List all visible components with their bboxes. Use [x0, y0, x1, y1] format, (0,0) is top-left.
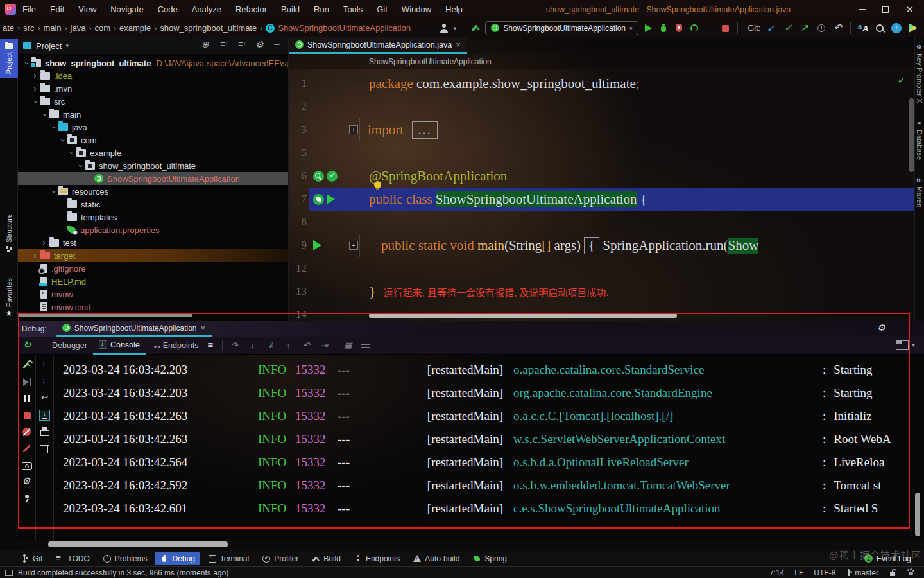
breakpoint-slash-icon[interactable]: [21, 443, 32, 454]
caret-position[interactable]: 7:14: [769, 568, 784, 577]
menu-item[interactable]: Git: [377, 4, 388, 14]
resume-icon[interactable]: [21, 376, 32, 387]
tool-window-button[interactable]: Problems: [98, 552, 153, 565]
tree-chevron-icon[interactable]: [49, 123, 57, 132]
print-icon[interactable]: [39, 426, 50, 437]
breadcrumb-item[interactable]: ate ›: [3, 23, 23, 33]
stop-icon-red[interactable]: [21, 410, 32, 421]
fold-toggle-icon[interactable]: +: [349, 125, 358, 134]
fold-toggle-icon[interactable]: +: [349, 241, 358, 250]
tree-row[interactable]: application.properties: [18, 223, 288, 236]
code-line[interactable]: 6 @SpringBootApplication: [289, 164, 914, 188]
commit-check-icon[interactable]: [782, 22, 794, 34]
clear-icon[interactable]: [39, 443, 50, 454]
update-icon[interactable]: [766, 22, 777, 34]
file-encoding[interactable]: UTF-8: [814, 568, 835, 577]
gutter-run-icon[interactable]: [313, 240, 321, 250]
hide-icon[interactable]: [273, 40, 283, 51]
gutter-spring-check-icon[interactable]: [327, 171, 338, 182]
step-over-icon[interactable]: [228, 340, 241, 351]
tree-row[interactable]: resources: [18, 185, 288, 198]
tree-row[interactable]: mvnw: [18, 288, 288, 301]
editor-horizontal-scrollbar[interactable]: [369, 313, 677, 318]
menu-item[interactable]: View: [78, 4, 96, 14]
tree-chevron-icon[interactable]: [58, 136, 66, 144]
editor-tab[interactable]: ShowSpringbootUltimateApplication.java ×: [289, 37, 467, 54]
history-icon[interactable]: [816, 22, 827, 34]
tree-chevron-icon[interactable]: [31, 72, 39, 80]
minimize-window-icon[interactable]: [859, 9, 866, 10]
code-line[interactable]: 13 } 运行起来, 且等待一会没有报错, 及说明启动项目成功.: [289, 280, 914, 303]
down-arrow-icon[interactable]: [39, 376, 50, 387]
drop-frame-icon[interactable]: [300, 340, 312, 351]
breadcrumb-item[interactable]: com ›: [94, 23, 119, 33]
code-area[interactable]: 1 package com.example.show_springboot_ul…: [289, 69, 914, 321]
close-tab-icon[interactable]: ×: [200, 323, 205, 333]
tree-row[interactable]: static: [18, 198, 288, 211]
tool-window-button[interactable]: TODO: [50, 552, 94, 565]
intention-bulb-icon[interactable]: [374, 181, 381, 188]
menu-item[interactable]: Tools: [343, 4, 363, 14]
code-line[interactable]: 12: [289, 257, 914, 280]
debug-tab[interactable]: Console: [93, 337, 146, 355]
gear-icon[interactable]: [255, 40, 265, 51]
tool-window-button[interactable]: Spring: [467, 552, 512, 565]
collapse-all-icon[interactable]: [237, 40, 247, 51]
mute-breakpoints-icon[interactable]: [21, 426, 32, 437]
settings-gear-icon[interactable]: [21, 477, 32, 487]
code-line[interactable]: 3 + import ...: [289, 118, 914, 141]
soft-wrap-icon[interactable]: [39, 393, 50, 404]
tree-row[interactable]: .gitignore: [18, 262, 288, 275]
up-arrow-icon[interactable]: [39, 360, 50, 371]
camera-icon[interactable]: [21, 460, 32, 471]
stop-icon[interactable]: [719, 22, 731, 34]
tree-chevron-icon[interactable]: [67, 149, 75, 157]
gear-icon[interactable]: [877, 324, 887, 334]
locate-icon[interactable]: [201, 40, 211, 51]
chevron-down-icon[interactable]: ▾: [454, 25, 457, 31]
tool-window-button[interactable]: Profiler: [257, 552, 304, 565]
tree-row[interactable]: ShowSpringbootUltimateApplication: [18, 172, 288, 185]
menu-item[interactable]: Analyze: [192, 4, 221, 14]
tree-row[interactable]: example: [18, 146, 288, 159]
status-message[interactable]: Build completed successfully in 3 sec, 9…: [18, 568, 228, 577]
debug-bug-icon[interactable]: [658, 22, 669, 34]
breadcrumb-item[interactable]: example ›: [119, 23, 160, 33]
menu-item[interactable]: Window: [402, 4, 431, 14]
tree-chevron-icon[interactable]: [31, 252, 39, 260]
push-icon[interactable]: [799, 22, 810, 34]
tree-chevron-icon[interactable]: [40, 110, 48, 119]
search-icon[interactable]: [874, 22, 886, 34]
tool-window-button[interactable]: Terminal: [203, 552, 254, 565]
force-step-into-icon[interactable]: [264, 340, 277, 351]
chevron-down-icon[interactable]: ▾: [65, 42, 69, 49]
debug-tab[interactable]: Endpoints: [146, 337, 205, 355]
translate-icon[interactable]: [857, 22, 869, 34]
menu-item[interactable]: Help: [445, 4, 463, 14]
menu-item[interactable]: File: [22, 4, 36, 14]
tree-row[interactable]: main: [18, 108, 288, 121]
minimize-icon[interactable]: [897, 324, 907, 334]
tree-chevron-icon[interactable]: [22, 59, 30, 67]
tree-chevron-icon[interactable]: [49, 188, 57, 196]
expand-all-icon[interactable]: [219, 40, 229, 51]
coverage-icon[interactable]: [673, 22, 685, 34]
rollback-icon[interactable]: [832, 22, 844, 34]
pause-icon[interactable]: [21, 393, 32, 404]
tool-window-button[interactable]: Auto-build: [407, 552, 465, 565]
code-line[interactable]: 5: [289, 141, 914, 164]
code-line[interactable]: 2: [289, 95, 914, 118]
menu-item[interactable]: Refactor: [235, 4, 267, 14]
breadcrumb-item[interactable]: main ›: [43, 23, 70, 33]
tree-row[interactable]: show_springboot_ultimate D:\JAVA\java-sp…: [18, 57, 288, 69]
menu-item[interactable]: Edit: [50, 4, 64, 14]
menu-item[interactable]: Run: [314, 4, 329, 14]
layout-settings-icon[interactable]: [359, 340, 372, 351]
tool-window-button[interactable]: Git: [15, 552, 47, 565]
hamburger-menu-icon[interactable]: [205, 340, 217, 351]
gradient-play-icon[interactable]: [907, 22, 919, 34]
run-to-cursor-icon[interactable]: [318, 340, 330, 351]
gutter-run-icon[interactable]: [327, 194, 335, 204]
debug-session-tab[interactable]: ShowSpringbootUltimateApplication ×: [56, 321, 212, 337]
tree-row[interactable]: test: [18, 236, 288, 249]
